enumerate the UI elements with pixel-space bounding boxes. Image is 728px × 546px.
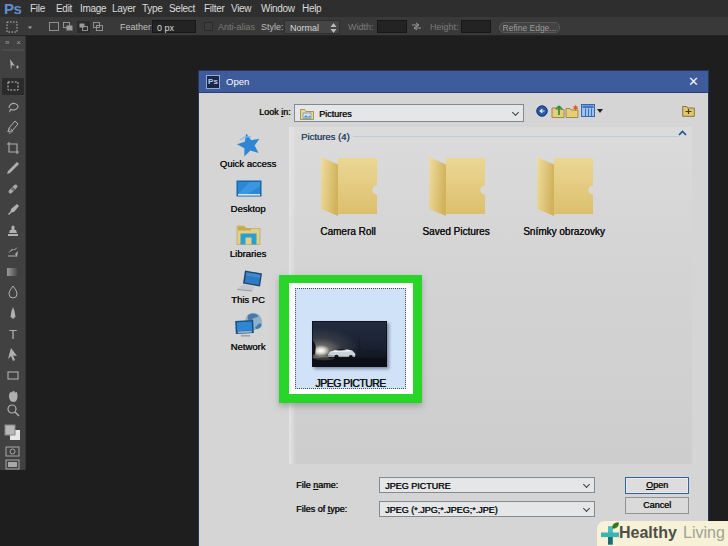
svg-text:T: T: [9, 327, 17, 341]
